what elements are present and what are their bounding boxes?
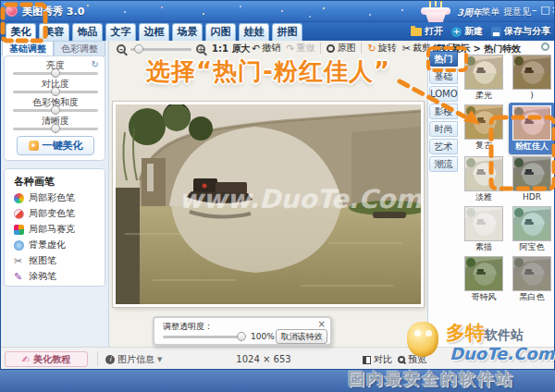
mosaic-icon [14, 225, 24, 235]
zoom-in-icon[interactable]: + [196, 44, 205, 54]
brush-doodle-pen[interactable]: ✎涂鸦笔 [14, 270, 56, 283]
original-button[interactable]: 原图 [327, 42, 355, 55]
category-fashion[interactable]: 时尚 [429, 121, 458, 137]
auto-beautify-button[interactable]: ✦ 一键美化 [17, 136, 94, 155]
brushes-box: 各种画笔 局部彩色笔 局部变色笔 局部马赛克 背景虚化 ✂抠图笔 ✎涂鸦笔 [4, 168, 105, 287]
app-title: 美图秀秀 3.0 [22, 5, 84, 18]
duote-logo: 多特软件站 DuoTe.Com [396, 314, 555, 370]
photo-bridge-scene: www.DuoTe.Com [116, 104, 421, 304]
effects-grid: 柔光 ) 复古 [461, 53, 555, 304]
adjust-tabs: 基础调整 色彩调整 [2, 41, 105, 56]
tab-text[interactable]: 文字 [105, 23, 136, 41]
image-info-button[interactable]: i 图片信息 ▼ [105, 353, 162, 366]
brand-name: 多特 [446, 322, 485, 344]
tab-basic-adjust[interactable]: 基础调整 [2, 41, 54, 56]
app-logo-icon [6, 5, 18, 17]
tab-cosmetic[interactable]: 美容 [39, 23, 69, 41]
effect-black-white[interactable]: 黑白色 [509, 254, 555, 304]
close-button[interactable]: × [549, 4, 555, 16]
new-button[interactable]: + 新建 [451, 25, 483, 38]
effect-gothic[interactable]: 哥特风 [461, 254, 507, 304]
sharpness-slider[interactable] [13, 128, 98, 130]
category-studio[interactable]: 影楼 [429, 104, 458, 119]
hand-doodle-icon: ✍ [22, 354, 30, 364]
menu-link[interactable]: 菜单 [481, 6, 500, 18]
zoom-slider-knob[interactable] [134, 44, 143, 54]
transparency-slider[interactable] [163, 336, 244, 338]
scissors-icon: ✂ [402, 43, 411, 54]
transparency-label: 调整透明度： [163, 321, 213, 333]
category-hot[interactable]: 热门 [429, 51, 458, 67]
rotate-button[interactable]: ↻旋转 [367, 42, 396, 55]
basic-adjust-box: ↻ 亮度 对比度 色彩饱和度 清晰度 ✦ 一键美化 [4, 55, 105, 161]
brand-suffix: 软件站 [485, 327, 524, 342]
brush-cutout-pen[interactable]: ✂抠图笔 [14, 254, 56, 267]
tab-beautify[interactable]: 美化 [6, 23, 36, 41]
category-art[interactable]: 艺术 [429, 139, 458, 154]
tab-doll[interactable]: 娃娃 [239, 23, 269, 41]
compare-icon [363, 356, 371, 364]
transparency-panel: 调整透明度： × 100% 取消该特效 [153, 316, 332, 346]
magic-wand-icon: ✦ [29, 141, 39, 151]
tab-color-adjust[interactable]: 色彩调整 [54, 41, 105, 56]
brush-mosaic[interactable]: 局部马赛克 [14, 223, 75, 236]
info-icon: i [105, 355, 115, 364]
doodle-pencil-icon: ✎ [14, 272, 24, 282]
tutorial-button[interactable]: ✍ 美化教程 [5, 351, 88, 367]
tab-collage[interactable]: 拼图 [272, 23, 302, 41]
effect-pink-lady-selected[interactable]: 粉红佳人 [509, 103, 555, 154]
contrast-slider[interactable] [13, 91, 98, 93]
brand-domain: DuoTe.Com [450, 344, 554, 363]
file-actions: 打开 + 新建 保存与分享 [411, 25, 550, 38]
undo-button[interactable]: ↶撤销 [252, 42, 280, 55]
toolbar-separator [320, 43, 321, 54]
compare-button[interactable]: 对比 [363, 353, 392, 366]
zoom-actual-button[interactable]: 1:1 原大 [212, 43, 250, 55]
effect-retro[interactable]: 复古 [461, 103, 507, 153]
main-tabs: 美化 美容 饰品 文字 边框 场景 闪图 娃娃 拼图 [6, 23, 302, 41]
original-icon [327, 44, 335, 53]
photo-canvas[interactable]: www.DuoTe.Com [113, 102, 424, 307]
confetti-decoration [4, 3, 6, 5]
panel-settings-icon[interactable] [541, 43, 549, 51]
transparency-close-icon[interactable]: × [318, 319, 326, 329]
effect-elegant[interactable]: 淡雅 [461, 154, 507, 204]
effect-categories: 热门 基础 LOMO 影楼 时尚 艺术 潮流 [429, 51, 459, 174]
tab-border[interactable]: 边框 [139, 23, 169, 41]
rotate-icon: ↻ [367, 43, 376, 54]
zoom-out-icon[interactable]: – [117, 44, 126, 54]
image-dimensions: 1024 × 653 [213, 354, 314, 364]
feedback-link[interactable]: 提意见 [503, 6, 531, 18]
meitu-app-window: 美图秀秀 3.0 3周年 菜单 提意见 | – □ × 美化 美容 饰品 文字 … [0, 0, 555, 392]
saturation-slider-row: 色彩饱和度 [5, 97, 106, 112]
effect-item[interactable]: ) [509, 53, 555, 103]
save-share-button[interactable]: 保存与分享 [491, 25, 550, 38]
color-pen-icon [14, 193, 24, 203]
tab-flash[interactable]: 闪图 [205, 23, 236, 41]
transparency-value: 100% [251, 332, 275, 341]
brush-recolor-pen[interactable]: 局部变色笔 [14, 207, 75, 220]
category-basic[interactable]: 基础 [429, 68, 458, 84]
category-trend[interactable]: 潮流 [429, 156, 458, 172]
brightness-slider-row: 亮度 [5, 60, 106, 75]
saturation-slider[interactable] [13, 109, 98, 112]
cancel-effect-button[interactable]: 取消该特效 [276, 329, 327, 344]
brush-background-blur[interactable]: 背景虚化 [14, 239, 66, 251]
transparency-slider-knob[interactable] [237, 332, 246, 341]
titlebar: 美图秀秀 3.0 3周年 菜单 提意见 | – □ × [0, 0, 555, 22]
toolbar-separator [361, 43, 362, 54]
effect-sketch[interactable]: 素描 [461, 204, 507, 254]
effect-soft-light[interactable]: 柔光 [461, 53, 507, 103]
tab-scene[interactable]: 场景 [172, 23, 203, 41]
effect-abao-color[interactable]: 阿宝色 [509, 204, 555, 254]
open-button[interactable]: 打开 [411, 25, 443, 38]
zoom-tools: – + 1:1 原大 [117, 43, 250, 55]
redo-button[interactable]: ↷重做 [286, 42, 314, 55]
brightness-slider[interactable] [13, 72, 98, 75]
brush-local-color-pen[interactable]: 局部彩色笔 [14, 191, 75, 204]
category-lomo[interactable]: LOMO [429, 86, 458, 102]
zoom-slider[interactable] [130, 48, 191, 51]
tab-accessory[interactable]: 饰品 [72, 23, 103, 41]
effect-hdr[interactable]: HDR [509, 154, 555, 204]
crop-button[interactable]: ✂裁剪 [402, 42, 431, 55]
